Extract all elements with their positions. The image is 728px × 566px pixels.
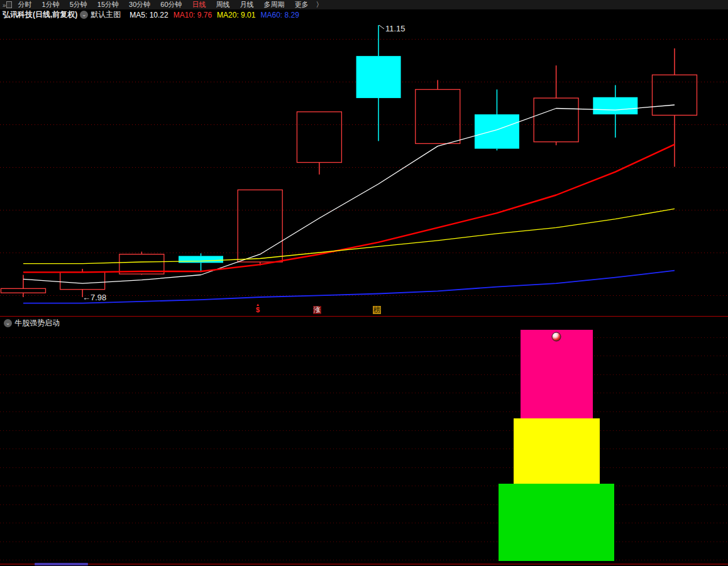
candle-body — [652, 75, 697, 115]
menu-item-4[interactable]: 30分钟 — [124, 0, 155, 9]
candle-body — [297, 112, 341, 163]
ma-legend-item-3: MA60: 8.29 — [260, 11, 299, 19]
candle — [593, 85, 637, 138]
high-annotation-leader — [379, 25, 384, 29]
candle-body — [1, 288, 46, 293]
chart-header-row: 弘讯科技(日线,前复权) ⌄ 默认主图 MA5: 10.22MA10: 9.76… — [0, 9, 728, 20]
high-price-label: 11.15 — [385, 24, 405, 33]
menu-item-10[interactable]: 更多 — [290, 0, 314, 9]
menu-item-6[interactable]: 日线 — [187, 0, 211, 9]
ma-lines — [23, 105, 675, 303]
menu-item-5[interactable]: 60分钟 — [155, 0, 187, 9]
sub-panel-title[interactable]: 牛股强势启动 — [14, 318, 60, 329]
signal-ball-icon — [552, 332, 561, 341]
period-menubar: » 分时1分钟5分钟15分钟30分钟60分钟日线周线月线多周期更多 〉 — [0, 0, 728, 9]
candle-body — [416, 89, 460, 143]
candle — [356, 25, 401, 141]
chevron-down-circle-icon[interactable]: ⌄ — [4, 319, 12, 327]
menu-item-0[interactable]: 分时 — [13, 0, 37, 9]
candle — [297, 112, 341, 175]
low-price-label: ←7.98 — [82, 293, 106, 302]
bottom-scrollbar[interactable] — [0, 563, 728, 565]
ma-legend-item-0: MA5: 10.22 — [130, 11, 168, 19]
main-overlay-label[interactable]: 默认主图 — [91, 9, 121, 20]
menu-item-2[interactable]: 5分钟 — [65, 0, 92, 9]
chart-bottom-icons: ▲ $ 涨 榜 — [0, 303, 728, 315]
indicator-blocks — [499, 330, 614, 561]
zhang-badge-icon[interactable]: 涨 — [313, 306, 321, 314]
menu-item-7[interactable]: 周线 — [211, 0, 235, 9]
menu-item-1[interactable]: 1分钟 — [37, 0, 65, 9]
sub-gridlines — [0, 338, 728, 560]
candle — [475, 89, 519, 150]
menu-item-3[interactable]: 15分钟 — [92, 0, 124, 9]
money-flow-icon[interactable]: ▲ $ — [253, 303, 262, 313]
candle — [1, 275, 46, 297]
candle-body — [534, 98, 578, 142]
indicator-block-2 — [499, 484, 614, 561]
ma20-line — [23, 209, 675, 263]
candle-body — [593, 97, 637, 114]
candle — [416, 80, 460, 143]
menu-item-9[interactable]: 多周期 — [259, 0, 290, 9]
menu-item-8[interactable]: 月线 — [235, 0, 259, 9]
ma-legend-item-2: MA20: 9.01 — [217, 11, 255, 19]
chart-canvas[interactable]: 11.15 ←7.98 — [0, 0, 728, 566]
collapse-sidebar-icon[interactable]: » — [0, 1, 13, 9]
ma-legend-item-1: MA10: 9.76 — [174, 11, 212, 19]
ma60-line — [23, 271, 675, 303]
candle-body — [179, 256, 223, 263]
candle — [652, 48, 697, 166]
ma-legend: MA5: 10.22MA10: 9.76MA20: 9.01MA60: 8.29 — [124, 11, 299, 19]
candle-body — [356, 56, 401, 98]
stock-title: 弘讯科技(日线,前复权) — [3, 9, 77, 20]
candle-body — [60, 272, 105, 289]
candle-body — [475, 114, 519, 149]
candle-body — [238, 190, 282, 262]
chevron-down-circle-icon[interactable]: ⌄ — [80, 11, 88, 19]
scrollbar-thumb[interactable] — [35, 563, 88, 565]
menu-more-chevron-icon[interactable]: 〉 — [314, 0, 326, 9]
sub-panel-header: ⌄ 牛股强势启动 — [0, 318, 60, 329]
indicator-block-0 — [521, 330, 593, 419]
indicator-block-1 — [514, 418, 600, 484]
ma5-line — [23, 105, 675, 283]
candlesticks — [1, 25, 697, 297]
bang-badge-icon[interactable]: 榜 — [373, 306, 381, 314]
candle — [534, 65, 578, 145]
